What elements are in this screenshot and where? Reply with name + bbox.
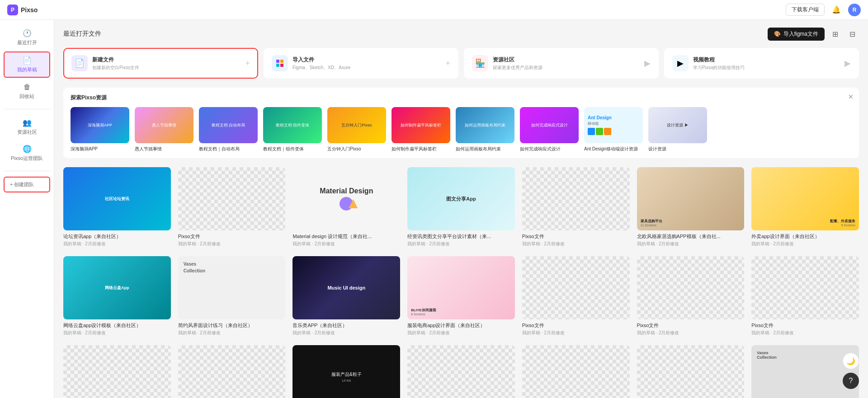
file-thumb-pixso1 bbox=[178, 167, 286, 230]
sidebar-item-trash[interactable]: 🗑 回收站 bbox=[4, 80, 50, 103]
file-thumb-fashion: BLIYE休闲服装 8 Screens bbox=[407, 256, 515, 319]
avatar[interactable]: R bbox=[848, 4, 861, 16]
download-button[interactable]: 下载客户端 bbox=[786, 4, 825, 16]
explore-thumb-3: 教程文档 自动布局 bbox=[199, 107, 258, 143]
logo-icon: P bbox=[7, 5, 18, 15]
community-action: ▶ bbox=[644, 58, 651, 68]
explore-label-7: 如何运用画板布局约束 bbox=[456, 146, 514, 152]
sidebar-item-label: 资源社区 bbox=[17, 129, 37, 136]
help-button[interactable]: ? bbox=[843, 373, 859, 389]
explore-item-8[interactable]: 如何完成响应式设计 如何完成响应式设计 bbox=[520, 107, 579, 152]
files-grid-row2: 网络云盘App 网络云盘app设计模板（来自社区） 我的草稿 · 2月前修改 V… bbox=[63, 256, 859, 336]
files-grid-row1: 社区论坛资讯 论坛资讯app（来自社区） 我的草稿 · 2月前修改 Pixso文… bbox=[63, 167, 859, 247]
explore-item-5[interactable]: 五分钟入门Pixso 五分钟入门Pixso bbox=[327, 107, 386, 152]
file-name-forum: 论坛资讯app（来自社区） bbox=[63, 233, 171, 240]
svg-rect-0 bbox=[276, 60, 279, 63]
svg-rect-1 bbox=[280, 60, 283, 63]
explore-item-10[interactable]: 设计资源 ▶ 设计资源 bbox=[648, 107, 707, 152]
explore-item-9[interactable]: Ant Design 移动端 Ant Design移动端设计资源 bbox=[584, 107, 643, 152]
sidebar-item-community[interactable]: 👥 资源社区 bbox=[4, 115, 50, 139]
file-card-fashion[interactable]: BLIYE休闲服装 8 Screens 服装电商app设计界面（来自社区） 我的… bbox=[407, 256, 515, 336]
file-thumb-r3-4 bbox=[407, 345, 515, 398]
import-action: + bbox=[445, 59, 450, 68]
content-area: 最近打开文件 🎨 导入figma文件 ⊞ ⊟ 📄 新建文件 创建新的空白Pixs… bbox=[54, 20, 868, 398]
explore-label-8: 如何完成响应式设计 bbox=[520, 146, 579, 152]
explore-thumb-1: 深海脑洞APP bbox=[71, 107, 129, 143]
notification-button[interactable]: 🔔 bbox=[830, 4, 843, 16]
file-card-furniture[interactable]: 家具选购平台 11 Screens 北欧风格家居选购APP模板（来自社... 我… bbox=[637, 167, 745, 247]
community-card[interactable]: 🏪 资源社区 探索更多优秀产品和资源 ▶ bbox=[464, 48, 659, 79]
figma-icon: 🎨 bbox=[774, 31, 781, 37]
explore-item-4[interactable]: 教程文档 组件变体 教程文档｜组件变体 bbox=[263, 107, 322, 152]
file-card-food[interactable]: 配餐、外卖服务 9 Screens 外卖app设计界面（来自社区） 我的草稿 ·… bbox=[751, 167, 859, 247]
file-thumb-pixso2 bbox=[522, 167, 630, 230]
sidebar-item-myfiles[interactable]: 📄 我的草稿 bbox=[4, 52, 50, 78]
file-thumb-music: Music UI design bbox=[292, 256, 400, 319]
import-subtitle: Figma、Sketch、XD、Axure bbox=[292, 65, 441, 71]
explore-close-button[interactable]: ✕ bbox=[848, 93, 854, 100]
file-card-r3-6[interactable] bbox=[637, 345, 745, 398]
file-meta-pixso2: 我的草稿 · 2月前修改 bbox=[522, 241, 630, 247]
file-card-vases2[interactable]: Vases Collection Vases Collection bbox=[751, 345, 859, 398]
file-card-material[interactable]: Material Design Material design 设计规范（来自社… bbox=[292, 167, 400, 247]
explore-thumb-5: 五分钟入门Pixso bbox=[327, 107, 386, 143]
file-thumb-vases: Vases Collection bbox=[178, 256, 286, 319]
layout-icon-2[interactable]: ⊟ bbox=[845, 27, 859, 41]
file-meta-material: 我的草稿 · 2月前修改 bbox=[292, 241, 400, 247]
file-card-r3-1[interactable] bbox=[63, 345, 171, 398]
sidebar-item-team[interactable]: 🌐 Pixso运营团队 bbox=[4, 141, 50, 165]
explore-thumb-7: 如何运用画板布局约束 bbox=[456, 107, 514, 143]
file-card-pixso5[interactable]: Pixso文件 我的草稿 · 2月前修改 bbox=[751, 256, 859, 336]
file-card-tu[interactable]: 图文分享App 经资讯类图文分享平台设计素材（来... 我的草稿 · 2月前修改 bbox=[407, 167, 515, 247]
new-file-text: 新建文件 创建新的空白Pixso文件 bbox=[92, 56, 241, 71]
sidebar-item-label: 回收站 bbox=[19, 93, 34, 100]
file-card-music[interactable]: Music UI design 音乐类APP（来自社区） 我的草稿 · 2月前修… bbox=[292, 256, 400, 336]
file-thumb-food: 配餐、外卖服务 9 Screens bbox=[751, 167, 859, 230]
import-figma-button[interactable]: 🎨 导入figma文件 bbox=[768, 28, 825, 41]
community-icon: 🏪 bbox=[472, 55, 488, 71]
explore-thumb-8: 如何完成响应式设计 bbox=[520, 107, 579, 143]
import-text: 导入文件 Figma、Sketch、XD、Axure bbox=[292, 56, 441, 71]
file-name-food: 外卖app设计界面（来自社区） bbox=[751, 233, 859, 240]
tutorial-text: 视频教程 学习Pixso的功能使用技巧 bbox=[693, 56, 840, 71]
explore-label-4: 教程文档｜组件变体 bbox=[263, 146, 322, 152]
import-card[interactable]: 导入文件 Figma、Sketch、XD、Axure + bbox=[264, 48, 458, 79]
new-file-card[interactable]: 📄 新建文件 创建新的空白Pixso文件 + bbox=[63, 48, 258, 79]
tutorial-card[interactable]: ▶ 视频教程 学习Pixso的功能使用技巧 ▶ bbox=[664, 48, 859, 79]
file-thumb-pixso3 bbox=[522, 256, 630, 319]
explore-thumb-10: 设计资源 ▶ bbox=[648, 107, 707, 143]
content-header: 最近打开文件 🎨 导入figma文件 ⊞ ⊟ bbox=[63, 27, 859, 41]
create-team-button[interactable]: + 创建团队 bbox=[4, 177, 50, 192]
explore-item-2[interactable]: 愚人节搞事情 愚人节搞事情 bbox=[135, 107, 193, 152]
sidebar-item-recent[interactable]: 🕐 最近打开 bbox=[4, 25, 50, 50]
explore-item-1[interactable]: 深海脑洞APP 深海脑洞APP bbox=[71, 107, 129, 152]
file-card-shoes[interactable]: 服装产品&鞋子UI Kit 服装产品&鞋子 UI Kit bbox=[292, 345, 400, 398]
file-card-pixso4[interactable]: Pixso文件 我的草稿 · 2月前修改 bbox=[637, 256, 745, 336]
explore-item-3[interactable]: 教程文档 自动布局 教程文档｜自动布局 bbox=[199, 107, 258, 152]
tutorial-action: ▶ bbox=[844, 58, 851, 68]
file-card-forum[interactable]: 社区论坛资讯 论坛资讯app（来自社区） 我的草稿 · 2月前修改 bbox=[63, 167, 171, 247]
explore-title: 探索Pixso资源 bbox=[71, 94, 852, 102]
file-meta-pixso3: 我的草稿 · 2月前修改 bbox=[522, 330, 630, 336]
explore-thumb-4: 教程文档 组件变体 bbox=[263, 107, 322, 143]
file-card-net[interactable]: 网络云盘App 网络云盘app设计模板（来自社区） 我的草稿 · 2月前修改 bbox=[63, 256, 171, 336]
file-card-pixso1[interactable]: Pixso文件 我的草稿 · 2月前修改 bbox=[178, 167, 286, 247]
theme-toggle-button[interactable]: 🌙 bbox=[843, 353, 859, 369]
svg-rect-3 bbox=[280, 64, 283, 67]
file-card-r3-5[interactable] bbox=[522, 345, 630, 398]
file-card-r3-4[interactable] bbox=[407, 345, 515, 398]
explore-label-10: 设计资源 bbox=[648, 146, 707, 152]
layout-icon-1[interactable]: ⊞ bbox=[828, 27, 842, 41]
import-figma-label: 导入figma文件 bbox=[783, 30, 818, 38]
app-logo[interactable]: P Pixso bbox=[7, 5, 38, 15]
file-card-vases[interactable]: Vases Collection 简约风界面设计练习（来自社区） 我的草稿 · … bbox=[178, 256, 286, 336]
file-card-r3-2[interactable] bbox=[178, 345, 286, 398]
explore-item-7[interactable]: 如何运用画板布局约束 如何运用画板布局约束 bbox=[456, 107, 514, 152]
file-thumb-tu: 图文分享App bbox=[407, 167, 515, 230]
file-meta-pixso5: 我的草稿 · 2月前修改 bbox=[751, 330, 859, 336]
explore-item-6[interactable]: 如何制作扁平风标签栏 如何制作扁平风标签栏 bbox=[392, 107, 450, 152]
file-card-pixso3[interactable]: Pixso文件 我的草稿 · 2月前修改 bbox=[522, 256, 630, 336]
file-card-pixso2[interactable]: Pixso文件 我的草稿 · 2月前修改 bbox=[522, 167, 630, 247]
file-name-pixso3: Pixso文件 bbox=[522, 322, 630, 329]
file-name-pixso1: Pixso文件 bbox=[178, 233, 286, 240]
